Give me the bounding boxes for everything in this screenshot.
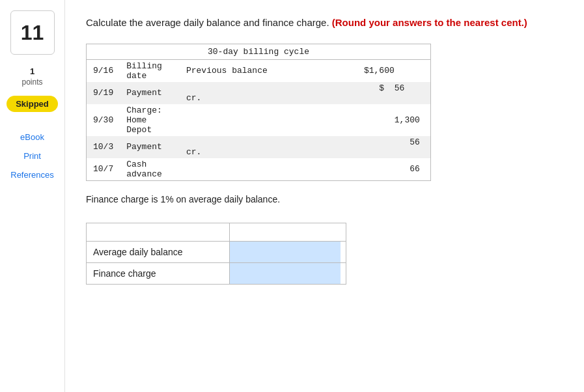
finance-charge-label: Finance charge [87, 262, 230, 284]
row-date: 9/16 [87, 59, 120, 82]
billing-table: 30-day billing cycle 9/16 Billing date P… [86, 44, 431, 181]
skipped-badge: Skipped [7, 96, 58, 112]
row-desc: Billing date [120, 59, 180, 82]
sidebar: 11 1 points Skipped eBook Print Referenc… [0, 0, 65, 392]
answer-header-row [87, 223, 346, 241]
row-date: 9/19 [87, 82, 120, 104]
average-daily-balance-cell[interactable] [230, 241, 346, 262]
row-desc: Cash advance [120, 158, 180, 181]
table-row: 9/16 Billing date Previous balance $1,60… [87, 59, 431, 82]
table-row: 9/19 Payment $ 56 cr. [87, 82, 431, 104]
average-daily-balance-input[interactable] [230, 242, 341, 262]
row-date: 9/30 [87, 104, 120, 136]
answer-header-col1 [87, 223, 230, 241]
row-value: $ 56 cr. [180, 82, 431, 104]
question-text-bold: (Round your answers to the nearest cent.… [332, 17, 527, 28]
question-number: 11 [21, 21, 44, 45]
row-date: 10/7 [87, 158, 120, 181]
answer-table: Average daily balance Finance charge [86, 223, 346, 285]
question-text: Calculate the average daily balance and … [86, 16, 563, 31]
row-desc: Payment [120, 82, 180, 104]
points-value: 1 [30, 66, 35, 76]
finance-charge-cell[interactable] [230, 262, 346, 284]
print-link[interactable]: Print [0, 147, 64, 165]
row-value: 56 cr. [180, 136, 431, 158]
answer-header-col2 [230, 223, 346, 241]
row-date: 10/3 [87, 136, 120, 158]
table-row: 9/30 Charge: Home Depot 1,300 [87, 104, 431, 136]
table-row: 10/7 Cash advance 66 [87, 158, 431, 181]
row-value: 66 [180, 158, 431, 181]
question-number-box: 11 [10, 10, 55, 55]
points-sub-label: points [21, 77, 42, 87]
finance-charge-text: Finance charge is 1% on average daily ba… [86, 194, 563, 204]
main-content: Calculate the average daily balance and … [65, 0, 584, 392]
question-text-part1: Calculate the average daily balance and … [86, 17, 329, 28]
references-link[interactable]: References [0, 165, 64, 184]
table-row: 10/3 Payment 56 cr. [87, 136, 431, 158]
row-desc: Payment [120, 136, 180, 158]
average-daily-balance-label: Average daily balance [87, 241, 230, 262]
answer-row-1: Average daily balance [87, 241, 346, 262]
billing-cycle-header: 30-day billing cycle [87, 44, 431, 59]
billing-header-row: 30-day billing cycle [87, 44, 431, 59]
ebook-link[interactable]: eBook [0, 128, 64, 147]
row-desc: Charge: Home Depot [120, 104, 180, 136]
row-label: Previous balance $1,600 [180, 59, 431, 82]
answer-row-2: Finance charge [87, 262, 346, 284]
finance-charge-input[interactable] [230, 263, 341, 284]
row-value: 1,300 [180, 104, 431, 136]
